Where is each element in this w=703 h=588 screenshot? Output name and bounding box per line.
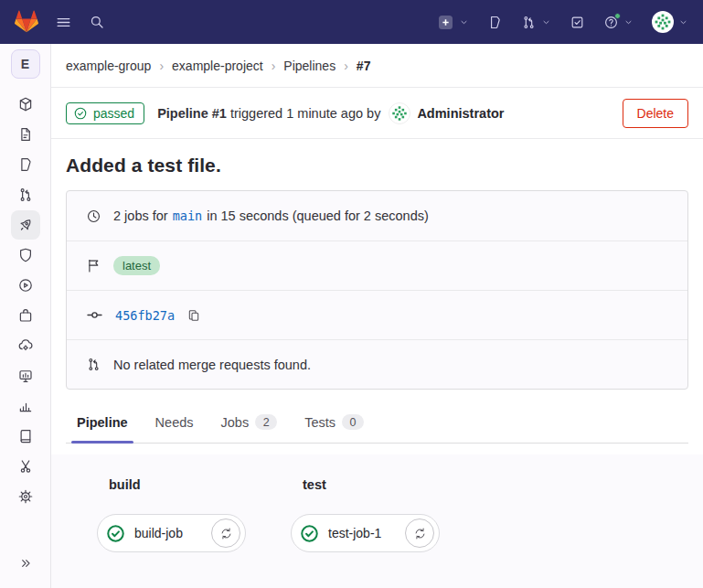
sidebar-item-issues[interactable] — [11, 150, 40, 179]
breadcrumb-pipelines[interactable]: Pipelines — [283, 59, 336, 73]
todos-button[interactable] — [570, 15, 585, 30]
retry-icon — [413, 527, 427, 540]
jobs-duration-text: 2 jobs for main in 15 seconds (queued fo… — [113, 208, 429, 223]
tab-label: Pipeline — [77, 415, 128, 430]
copy-commit-sha-button[interactable] — [186, 308, 201, 323]
new-menu-button[interactable] — [437, 14, 469, 31]
monitor-icon — [17, 368, 34, 384]
breadcrumb: example-group › example-project › Pipeli… — [51, 44, 703, 88]
retry-job-button[interactable] — [211, 519, 240, 548]
pipeline-graph: build build-job test test-job-1 — [51, 454, 703, 588]
branch-link[interactable]: main — [173, 208, 203, 223]
chevron-down-icon — [678, 17, 688, 27]
triggerer-name-link[interactable]: Administrator — [417, 106, 504, 121]
notification-dot — [614, 13, 621, 19]
chart-icon — [17, 398, 34, 414]
sidebar-item-deployments[interactable] — [11, 271, 40, 300]
cloud-gear-icon — [17, 337, 34, 354]
sidebar-item-analytics[interactable] — [11, 391, 40, 421]
issues-button[interactable] — [487, 15, 503, 30]
tab-jobs-count-badge: 2 — [255, 414, 277, 430]
delete-button[interactable]: Delete — [623, 99, 688, 128]
tab-jobs[interactable]: Jobs 2 — [219, 404, 280, 443]
project-avatar[interactable]: E — [11, 49, 40, 79]
tab-tests[interactable]: Tests 0 — [303, 404, 366, 443]
plus-icon — [437, 14, 454, 31]
sidebar-item-snippets[interactable] — [11, 452, 40, 481]
scissors-icon — [17, 458, 34, 475]
status-success-icon — [73, 106, 88, 121]
sidebar-item-security[interactable] — [11, 241, 40, 270]
clock-icon — [86, 208, 101, 224]
chevron-down-icon — [459, 17, 469, 27]
book-icon — [17, 428, 34, 444]
sidebar-item-ci-cd[interactable] — [11, 210, 40, 240]
sidebar-item-project[interactable] — [11, 90, 40, 119]
issues-icon — [17, 156, 34, 173]
double-chevron-right-icon — [18, 556, 33, 571]
job-test-job-1[interactable]: test-job-1 — [291, 514, 440, 552]
search-icon[interactable] — [89, 14, 105, 30]
latest-badge: latest — [113, 256, 160, 275]
commit-icon — [86, 306, 103, 324]
job-build-job[interactable]: build-job — [97, 514, 246, 552]
collapse-sidebar-button[interactable] — [11, 549, 40, 578]
retry-job-button[interactable] — [405, 519, 434, 548]
sidebar-item-merge-requests[interactable] — [11, 180, 40, 209]
stage-name: build — [109, 477, 246, 492]
deployments-icon — [17, 277, 34, 294]
merge-requests-row: No related merge requests found. — [67, 339, 687, 389]
sidebar-item-packages[interactable] — [11, 301, 40, 330]
rocket-icon — [17, 217, 34, 233]
stage-build: build build-job — [97, 477, 246, 552]
breadcrumb-separator: › — [344, 59, 348, 73]
breadcrumb-separator: › — [272, 59, 276, 73]
job-name: test-job-1 — [328, 526, 383, 540]
page-title: Added a test file. — [66, 155, 688, 176]
chevron-down-icon — [541, 17, 551, 27]
hamburger-menu-icon[interactable] — [55, 14, 72, 31]
jobs-count-text: 2 jobs for — [113, 208, 168, 223]
stage-test: test test-job-1 — [291, 477, 440, 552]
tab-tests-count-badge: 0 — [342, 414, 364, 430]
project-icon — [17, 96, 34, 112]
tab-needs[interactable]: Needs — [154, 404, 196, 443]
gear-icon — [17, 488, 34, 505]
tab-label: Tests — [304, 415, 336, 430]
tab-pipeline[interactable]: Pipeline — [75, 404, 130, 443]
merge-request-icon — [17, 187, 34, 203]
status-badge: passed — [66, 102, 144, 124]
merge-request-icon — [86, 357, 101, 372]
breadcrumb-separator: › — [159, 59, 164, 73]
sidebar-item-repository[interactable] — [11, 120, 40, 149]
repository-icon — [17, 126, 34, 143]
chevron-down-icon — [623, 17, 634, 27]
triggerer-avatar — [389, 102, 410, 124]
shield-icon — [17, 247, 34, 263]
sidebar-item-monitor[interactable] — [11, 361, 40, 390]
user-menu-button[interactable] — [652, 11, 688, 33]
merge-request-icon — [521, 15, 537, 30]
merge-requests-button[interactable] — [521, 15, 551, 30]
sidebar-item-settings[interactable] — [11, 482, 40, 511]
packages-icon — [17, 307, 34, 324]
commit-sha-link[interactable]: 456fb27a — [115, 308, 175, 323]
breadcrumb-project[interactable]: example-project — [172, 59, 263, 73]
sidebar-item-infrastructure[interactable] — [11, 331, 40, 360]
todo-icon — [570, 15, 585, 30]
left-sidebar: E — [0, 44, 51, 588]
top-navbar — [0, 0, 703, 44]
commit-row: 456fb27a — [67, 290, 687, 339]
status-badge-label: passed — [93, 106, 134, 121]
sidebar-item-wiki[interactable] — [11, 422, 40, 451]
copy-icon — [186, 308, 201, 323]
breadcrumb-group[interactable]: example-group — [66, 59, 151, 73]
no-merge-requests-text: No related merge requests found. — [113, 358, 311, 372]
latest-row: latest — [67, 241, 687, 290]
duration-text: in 15 seconds (queued for 2 seconds) — [207, 208, 429, 223]
pipeline-summary-card: 2 jobs for main in 15 seconds (queued fo… — [66, 190, 688, 390]
flag-icon — [86, 258, 101, 273]
stage-name: test — [303, 477, 440, 492]
gitlab-logo[interactable] — [15, 10, 38, 34]
help-button[interactable] — [603, 15, 634, 30]
